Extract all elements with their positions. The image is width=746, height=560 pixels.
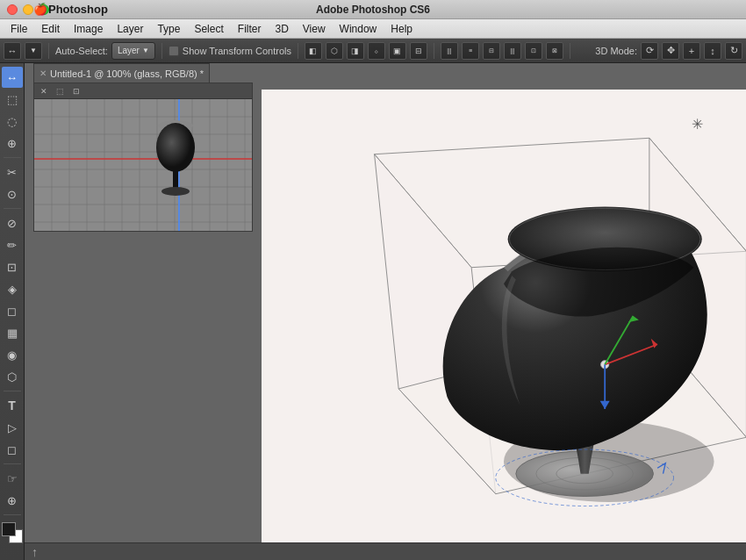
options-bar: ↔ ▼ Auto-Select: Layer ▼ Show Transform … bbox=[0, 39, 746, 63]
3d-slide-btn[interactable]: ↕ bbox=[704, 42, 721, 60]
status-bar: ↑ bbox=[25, 542, 746, 560]
healing-tool[interactable]: ⊘ bbox=[2, 212, 23, 233]
shape-tool[interactable]: ◻ bbox=[2, 439, 23, 460]
menu-image[interactable]: Image bbox=[67, 20, 110, 38]
menu-help[interactable]: Help bbox=[384, 20, 420, 38]
opt-icon2[interactable]: ▼ bbox=[25, 42, 42, 60]
menu-type[interactable]: Type bbox=[150, 20, 187, 38]
distribute-btn3[interactable]: ⊟ bbox=[483, 42, 500, 60]
thumbnail-panel: ✕ ⬚ ⊡ bbox=[33, 83, 253, 232]
canvas-area[interactable]: ✕ Untitled-1 @ 100% (glass, RGB/8) * ✕ ⬚… bbox=[25, 63, 746, 560]
gradient-tool[interactable]: ▦ bbox=[2, 322, 23, 343]
menu-layer[interactable]: Layer bbox=[110, 20, 150, 38]
window-title: Adobe Photoshop CS6 bbox=[316, 4, 430, 16]
menu-3d[interactable]: 3D bbox=[268, 20, 295, 38]
menu-file[interactable]: File bbox=[4, 20, 34, 38]
distribute-btn4[interactable]: ||| bbox=[504, 42, 521, 60]
app-name: Photoshop bbox=[48, 3, 108, 16]
tool-sep4 bbox=[4, 463, 21, 464]
doc-tab-label: Untitled-1 @ 100% (glass, RGB/8) * bbox=[50, 68, 204, 79]
3d-roll-btn[interactable]: ↻ bbox=[725, 42, 742, 60]
clone-tool[interactable]: ⊡ bbox=[2, 256, 23, 277]
history-brush[interactable]: ◈ bbox=[2, 278, 23, 299]
opt-sep2 bbox=[161, 43, 162, 59]
opt-sep4 bbox=[434, 43, 434, 59]
foreground-color-swatch[interactable] bbox=[2, 522, 16, 536]
crop-tool[interactable]: ✂ bbox=[2, 162, 23, 183]
opt-sep1 bbox=[48, 43, 49, 59]
thumb-close[interactable]: ✕ bbox=[38, 86, 50, 97]
distribute-btn5[interactable]: ⊡ bbox=[525, 42, 542, 60]
thumb-maximize[interactable]: ⊡ bbox=[70, 86, 82, 97]
distribute-btn2[interactable]: ≡ bbox=[462, 42, 479, 60]
left-toolbar: ↔ ⬚ ◌ ⊕ ✂ ⊙ ⊘ ✏ ⊡ ◈ ◻ ▦ ◉ ⬡ T ▷ ◻ ☞ ⊕ bbox=[0, 63, 25, 560]
svg-point-23 bbox=[161, 187, 190, 196]
close-button[interactable] bbox=[7, 4, 18, 15]
path-tool[interactable]: ▷ bbox=[2, 417, 23, 438]
3d-rotate-btn[interactable]: ⟳ bbox=[641, 42, 658, 60]
close-doc-icon[interactable]: ✕ bbox=[39, 68, 47, 78]
eraser-tool[interactable]: ◻ bbox=[2, 300, 23, 321]
align-center-h-btn[interactable]: ⬡ bbox=[326, 42, 343, 60]
show-transform-checkbox[interactable] bbox=[169, 46, 179, 56]
main-area: ↔ ⬚ ◌ ⊕ ✂ ⊙ ⊘ ✏ ⊡ ◈ ◻ ▦ ◉ ⬡ T ▷ ◻ ☞ ⊕ ✕ … bbox=[0, 63, 746, 560]
menu-view[interactable]: View bbox=[296, 20, 333, 38]
move-tool[interactable]: ↔ bbox=[2, 67, 23, 88]
status-arrow: ↑ bbox=[32, 545, 38, 559]
auto-select-label: Auto-Select: bbox=[55, 46, 108, 56]
svg-rect-0 bbox=[34, 99, 252, 231]
svg-point-25 bbox=[156, 123, 195, 172]
3d-mode-label: 3D Mode: bbox=[595, 46, 637, 56]
menu-window[interactable]: Window bbox=[333, 20, 384, 38]
distribute-btn1[interactable]: ||| bbox=[441, 42, 458, 60]
hand-tool[interactable]: ☞ bbox=[2, 468, 23, 489]
3d-scene[interactable]: ✳ bbox=[262, 90, 746, 542]
align-right-btn[interactable]: ◨ bbox=[347, 42, 364, 60]
3d-zoom-btn[interactable]: + bbox=[683, 42, 700, 60]
layer-dropdown[interactable]: Layer ▼ bbox=[111, 42, 155, 60]
minimize-button[interactable] bbox=[23, 4, 33, 15]
move-tool-opt-icon[interactable]: ↔ bbox=[4, 42, 21, 60]
menu-edit[interactable]: Edit bbox=[34, 20, 67, 38]
menu-select[interactable]: Select bbox=[187, 20, 230, 38]
show-transform-label: Show Transform Controls bbox=[183, 46, 291, 56]
document-tab[interactable]: ✕ Untitled-1 @ 100% (glass, RGB/8) * bbox=[33, 63, 210, 83]
dodge-tool[interactable]: ⬡ bbox=[2, 366, 23, 387]
thumb-minimize[interactable]: ⬚ bbox=[54, 86, 67, 97]
opt-sep3 bbox=[298, 43, 298, 59]
3d-scene-svg bbox=[262, 90, 746, 542]
compass-icon[interactable]: ✳ bbox=[692, 116, 703, 133]
color-swatches bbox=[2, 522, 23, 543]
tool-sep2 bbox=[4, 208, 21, 209]
align-top-btn[interactable]: ⬦ bbox=[368, 42, 385, 60]
brush-tool[interactable]: ✏ bbox=[2, 234, 23, 255]
zoom-tool[interactable]: ⊕ bbox=[2, 490, 23, 511]
apple-icon: 🍎 bbox=[33, 3, 47, 16]
align-bottom-btn[interactable]: ⊟ bbox=[410, 42, 427, 60]
distribute-btn6[interactable]: ⊠ bbox=[546, 42, 563, 60]
menu-filter[interactable]: Filter bbox=[231, 20, 269, 38]
align-left-btn[interactable]: ◧ bbox=[305, 42, 322, 60]
tool-sep3 bbox=[4, 391, 21, 391]
align-center-v-btn[interactable]: ▣ bbox=[389, 42, 406, 60]
thumbnail-canvas bbox=[34, 99, 252, 231]
3d-pan-btn[interactable]: ✥ bbox=[662, 42, 679, 60]
marquee-tool[interactable]: ⬚ bbox=[2, 89, 23, 110]
blur-tool[interactable]: ◉ bbox=[2, 344, 23, 365]
type-tool[interactable]: T bbox=[2, 395, 23, 416]
lasso-tool[interactable]: ◌ bbox=[2, 111, 23, 132]
tool-sep1 bbox=[4, 157, 21, 158]
thumbnail-toolbar: ✕ ⬚ ⊡ bbox=[34, 83, 252, 99]
eyedropper-tool[interactable]: ⊙ bbox=[2, 183, 23, 205]
menu-bar: File Edit Image Layer Type Select Filter… bbox=[0, 19, 746, 39]
opt-sep5 bbox=[570, 43, 570, 59]
magic-wand-tool[interactable]: ⊕ bbox=[2, 133, 23, 154]
title-bar: 🍎 Photoshop Adobe Photoshop CS6 bbox=[0, 0, 746, 19]
tool-sep5 bbox=[4, 514, 21, 515]
thumbnail-svg bbox=[34, 99, 252, 231]
